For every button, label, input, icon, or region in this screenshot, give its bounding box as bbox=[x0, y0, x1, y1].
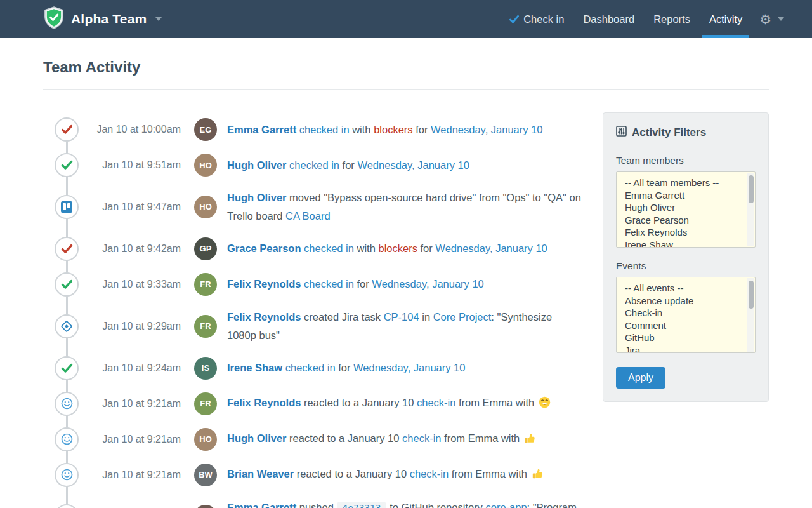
avatar[interactable]: IS bbox=[194, 357, 217, 380]
member-name-link[interactable]: Irene Shaw bbox=[227, 362, 282, 373]
nav-link-activity[interactable]: Activity bbox=[700, 0, 752, 38]
listbox-option[interactable]: GitHub bbox=[617, 331, 755, 344]
avatar[interactable]: GP bbox=[194, 237, 217, 260]
activity-text: Felix Reynolds created Jira task CP-104 … bbox=[227, 308, 582, 345]
listbox-scrollbar[interactable] bbox=[747, 278, 754, 352]
activity-link[interactable]: checked in bbox=[301, 278, 353, 290]
activity-timeline: Jan 10 at 10:00amEGEmma Garrett checked … bbox=[43, 90, 603, 508]
checkin-blockers-icon bbox=[55, 237, 79, 261]
listbox-scrollbar[interactable] bbox=[747, 173, 754, 246]
timestamp: Jan 10 at 9:51am bbox=[82, 159, 181, 171]
team-switcher[interactable]: Alpha Team bbox=[43, 6, 162, 32]
commit-hash-badge[interactable]: 4e73313 bbox=[337, 502, 385, 508]
activity-link[interactable]: core-app bbox=[485, 502, 527, 508]
listbox-option[interactable]: Hugh Oliver bbox=[617, 201, 755, 214]
avatar[interactable]: BW bbox=[194, 464, 217, 486]
team-members-listbox[interactable]: -- All team members --Emma GarrettHugh O… bbox=[616, 171, 756, 248]
timeline-row: Jan 10 at 9:21amHOHugh Oliver reacted to… bbox=[43, 427, 603, 451]
blockers-text: blockers bbox=[378, 243, 417, 254]
activity-link[interactable]: check-in bbox=[410, 468, 449, 479]
member-name-link[interactable]: Felix Reynolds bbox=[227, 278, 301, 290]
member-name-link[interactable]: Hugh Oliver bbox=[227, 159, 287, 171]
thumbs-up-emoji bbox=[524, 431, 535, 450]
activity-link[interactable]: Wednesday, January 10 bbox=[353, 362, 465, 373]
timestamp: Jan 10 at 9:21am bbox=[82, 469, 181, 481]
member-name-link[interactable]: Hugh Oliver bbox=[227, 192, 287, 203]
member-name-link[interactable]: Hugh Oliver bbox=[227, 432, 287, 444]
listbox-option[interactable]: Jira bbox=[617, 344, 755, 354]
member-name-link[interactable]: Emma Garrett bbox=[227, 502, 296, 508]
activity-link[interactable]: Wednesday, January 10 bbox=[372, 278, 483, 290]
navbar: Alpha Team Check inDashboardReportsActiv… bbox=[0, 0, 812, 38]
timestamp: Jan 10 at 10:00am bbox=[82, 124, 181, 135]
activity-link[interactable]: check-in bbox=[402, 432, 441, 444]
listbox-option[interactable]: Irene Shaw bbox=[617, 239, 755, 248]
timeline-row: Jan 10 at 9:21amBWBrian Weaver reacted t… bbox=[43, 463, 603, 487]
listbox-option[interactable]: -- All team members -- bbox=[617, 177, 755, 189]
team-dropdown-caret-icon bbox=[155, 17, 162, 21]
apply-filters-button[interactable]: Apply bbox=[616, 367, 665, 389]
avatar[interactable]: HO bbox=[194, 428, 217, 451]
nav-links: Check inDashboardReportsActivity bbox=[500, 0, 752, 38]
avatar[interactable]: FR bbox=[194, 273, 217, 296]
listbox-option[interactable]: Grace Pearson bbox=[617, 214, 755, 227]
plain-text: for bbox=[413, 124, 431, 135]
listbox-option[interactable]: Absence update bbox=[617, 295, 755, 307]
activity-link[interactable]: CA Board bbox=[285, 210, 331, 222]
page-body: Team Activity Jan 10 at 10:00amEGEmma Ga… bbox=[0, 58, 812, 508]
activity-link[interactable]: Wednesday, January 10 bbox=[435, 243, 547, 254]
activity-link[interactable]: checked in bbox=[296, 124, 349, 135]
activity-link[interactable]: Wednesday, January 10 bbox=[357, 159, 469, 171]
listbox-option[interactable]: -- All events -- bbox=[617, 282, 755, 295]
listbox-option[interactable]: Felix Reynolds bbox=[617, 226, 755, 239]
listbox-option[interactable]: Comment bbox=[617, 319, 755, 332]
listbox-option[interactable]: Check-in bbox=[617, 307, 755, 319]
activity-link[interactable]: Wednesday, January 10 bbox=[431, 124, 542, 135]
plain-text: for bbox=[417, 243, 435, 254]
avatar[interactable]: HO bbox=[194, 196, 217, 218]
activity-link[interactable]: Core Project bbox=[433, 311, 492, 323]
member-name-link[interactable]: Emma Garrett bbox=[227, 124, 296, 135]
plain-text: for bbox=[336, 362, 353, 373]
github-icon bbox=[55, 504, 79, 508]
plain-text: pushed bbox=[296, 502, 336, 508]
avatar[interactable]: EG bbox=[194, 505, 217, 508]
activity-link[interactable]: checked in bbox=[287, 159, 339, 171]
plain-text: for bbox=[354, 278, 372, 290]
avatar[interactable]: FR bbox=[194, 392, 217, 415]
timeline-row: Jan 10 at 9:33amFRFelix Reynolds checked… bbox=[43, 272, 603, 297]
member-name-link[interactable]: Brian Weaver bbox=[227, 468, 294, 479]
avatar[interactable]: FR bbox=[194, 315, 217, 338]
timeline-row: Jan 10 at 9:29amFRFelix Reynolds created… bbox=[43, 308, 603, 345]
member-name-link[interactable]: Grace Pearson bbox=[227, 243, 301, 254]
activity-link[interactable]: CP-104 bbox=[384, 311, 419, 323]
timeline-row: Jan 10 at 10:00amEGEmma Garrett checked … bbox=[43, 117, 603, 142]
activity-text: Emma Garrett pushed 4e73313 to GitHub re… bbox=[227, 498, 582, 508]
nav-link-label: Check in bbox=[523, 13, 564, 25]
listbox-option[interactable]: Emma Garrett bbox=[617, 189, 755, 202]
avatar[interactable]: EG bbox=[194, 118, 217, 141]
events-listbox[interactable]: -- All events --Absence updateCheck-inCo… bbox=[616, 277, 756, 353]
member-name-link[interactable]: Felix Reynolds bbox=[227, 311, 301, 323]
activity-link[interactable]: check-in bbox=[417, 397, 455, 408]
nav-link-reports[interactable]: Reports bbox=[644, 0, 700, 38]
activity-link[interactable]: checked in bbox=[282, 362, 335, 373]
timeline-row: Jan 10 at 9:51amHOHugh Oliver checked in… bbox=[43, 153, 603, 177]
timestamp: Jan 10 at 9:21am bbox=[82, 398, 181, 410]
page-title: Team Activity bbox=[43, 58, 769, 76]
avatar[interactable]: HO bbox=[194, 154, 217, 177]
nav-link-dashboard[interactable]: Dashboard bbox=[573, 0, 644, 38]
settings-menu[interactable]: ⚙ bbox=[752, 13, 787, 26]
member-name-link[interactable]: Felix Reynolds bbox=[227, 397, 301, 408]
plain-text: with bbox=[350, 124, 374, 135]
timestamp: Jan 10 at 9:42am bbox=[82, 243, 181, 255]
nav-link-checkin[interactable]: Check in bbox=[500, 0, 573, 38]
timestamp: Jan 10 at 9:33am bbox=[82, 279, 181, 290]
activity-filters-panel: Activity Filters Team members -- All tea… bbox=[603, 112, 769, 402]
activity-link[interactable]: checked in bbox=[301, 243, 353, 254]
activity-text: Hugh Oliver checked in for Wednesday, Ja… bbox=[227, 156, 469, 175]
plain-text: from Emma with bbox=[442, 432, 523, 444]
timestamp: Jan 10 at 9:24am bbox=[82, 363, 181, 374]
filters-title: Activity Filters bbox=[632, 126, 706, 139]
reaction-icon bbox=[55, 463, 79, 487]
